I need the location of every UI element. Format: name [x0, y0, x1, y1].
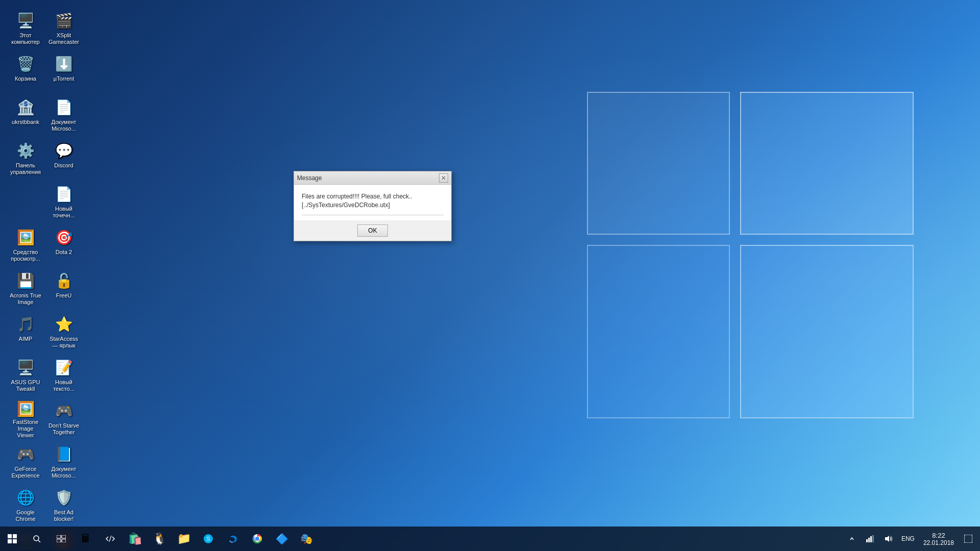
desktop-icon-xsplit[interactable]: 🎬 XSplit Gamecaster	[46, 8, 82, 48]
desktop-icon-staraccess[interactable]: ⭐ StarAccess — ярлык	[46, 311, 82, 352]
noviy-tochk-label: Новый точечн...	[47, 206, 80, 219]
desktop-icon-etot-komputer[interactable]: 🖥️ Этот компьютер	[8, 8, 43, 48]
svg-rect-2	[8, 539, 12, 543]
etot-komputer-icon: 🖥️	[15, 10, 36, 31]
desktop-icon-google-chrome[interactable]: 🌐 Google Chrome	[8, 485, 43, 525]
network-status-icon	[866, 535, 874, 542]
desktop-icon-aimp[interactable]: 🎵 AIMP	[8, 311, 43, 352]
taskbar-clock[interactable]: 8:22 22.01.2018	[918, 527, 959, 551]
chrome-icon	[252, 533, 263, 544]
dialog-ok-button[interactable]: OK	[357, 224, 388, 237]
dota2-label: Dota 2	[56, 249, 72, 256]
noviy-tekst-label: Новый тексто...	[47, 379, 80, 392]
best-ad-label: Best Ad blocker!	[47, 509, 80, 522]
asus-gpu-icon: 🖥️	[15, 357, 36, 378]
desktop-icon-panel[interactable]: ⚙️ Панель управления	[8, 138, 43, 179]
etot-komputer-label: Этот компьютер	[9, 32, 42, 45]
desktop-icon-acronis[interactable]: 💾 Acronis True Image	[8, 268, 43, 309]
task-view-button[interactable]	[49, 527, 74, 551]
desktop-icon-discord[interactable]: 💬 Discord	[46, 138, 82, 179]
desktop-icon-noviy-tochk[interactable]: 📄 Новый точечн...	[46, 181, 82, 222]
desktop-icon-geforce[interactable]: 🎮 GeForce Experience	[8, 441, 43, 482]
ukrstbbank-label: ukrstbbank	[12, 119, 39, 126]
freeu-label: FreeU	[56, 292, 72, 299]
taskbar-app-game[interactable]: 🎭	[294, 527, 318, 551]
lang-indicator[interactable]: ENG	[898, 527, 918, 551]
sredstvo-icon: 🖼️	[15, 227, 36, 247]
svg-point-15	[256, 537, 259, 540]
svg-rect-0	[8, 534, 12, 538]
panel-label: Панель управления	[9, 162, 42, 176]
dialog-close-button[interactable]: ✕	[439, 173, 448, 183]
taskbar-app-app2[interactable]: 🔷	[270, 527, 294, 551]
volume-icon[interactable]	[879, 527, 898, 551]
discord-icon: 💬	[54, 140, 74, 161]
utorrent-label: µTorrent	[54, 76, 75, 82]
svg-rect-17	[868, 538, 870, 542]
notification-icon	[964, 535, 972, 543]
start-button[interactable]	[0, 527, 24, 551]
dst-icon: 🎮	[54, 400, 74, 421]
desktop-icon-utorrent[interactable]: ⬇️ µTorrent	[46, 51, 82, 92]
svg-rect-6	[57, 535, 61, 538]
desktop-icon-noviy-tekst[interactable]: 📝 Новый тексто...	[46, 355, 82, 395]
taskbar-app-edge[interactable]	[220, 527, 245, 551]
doc-ms1-icon: 📄	[54, 97, 74, 117]
svg-rect-8	[57, 539, 61, 542]
dialog-title-bar: Message ✕	[294, 171, 451, 185]
geforce-icon: 🎮	[15, 444, 36, 464]
taskbar-app-chrome[interactable]	[245, 527, 270, 551]
svg-rect-21	[964, 535, 972, 543]
svg-rect-9	[62, 539, 66, 542]
doc-word-label: Документ Microso...	[47, 466, 80, 479]
svg-line-5	[38, 540, 40, 542]
desktop-icon-faststone[interactable]: 🖼️ FastStone Image Viewer	[8, 398, 43, 439]
xsplit-label: XSplit Gamecaster	[47, 32, 80, 45]
desktop-icon-best-ad[interactable]: 🛡️ Best Ad blocker!	[46, 485, 82, 525]
svg-rect-19	[872, 535, 874, 542]
desktop-icon-dota2[interactable]: 🎯 Dota 2	[46, 224, 82, 265]
ukrstbbank-icon: 🏦	[15, 97, 36, 117]
chevron-up-icon[interactable]	[843, 527, 861, 551]
taskbar-app-calc[interactable]: 🖩	[74, 527, 98, 551]
desktop-icon-dst[interactable]: 🎮 Don't Starve Together	[46, 398, 82, 439]
desktop-icon-doc-ms1[interactable]: 📄 Документ Microso...	[46, 94, 82, 135]
best-ad-icon: 🛡️	[54, 487, 74, 508]
search-icon	[33, 535, 41, 543]
desktop-icon-sredstvo[interactable]: 🖼️ Средство просмотр...	[8, 224, 43, 265]
taskbar-system-tray: ENG 8:22 22.01.2018	[843, 527, 980, 551]
google-chrome-icon: 🌐	[15, 487, 36, 508]
svg-rect-1	[13, 534, 17, 538]
staraccess-label: StarAccess — ярлык	[47, 336, 80, 349]
svg-point-4	[34, 536, 39, 541]
desktop-icon-doc-word[interactable]: 📘 Документ Microso...	[46, 441, 82, 482]
korzina-icon: 🗑️	[15, 54, 36, 74]
desktop-icon-freeu[interactable]: 🔓 FreeU	[46, 268, 82, 309]
svg-line-10	[109, 536, 111, 542]
dialog-content: Files are corrupted!!!! Please, full che…	[294, 185, 451, 220]
aimp-icon: 🎵	[15, 314, 36, 334]
message-dialog: Message ✕ Files are corrupted!!!! Please…	[293, 171, 452, 241]
svg-marker-20	[885, 536, 889, 542]
desktop-icon-ukrstbbank[interactable]: 🏦 ukrstbbank	[8, 94, 43, 135]
freeu-icon: 🔓	[54, 270, 74, 291]
svg-text:S: S	[206, 536, 210, 542]
dialog-title: Message	[297, 174, 322, 182]
svg-rect-18	[870, 536, 872, 542]
desktop-icon-asus-gpu[interactable]: 🖥️ ASUS GPU Tweakll	[8, 355, 43, 395]
svg-rect-7	[62, 535, 66, 538]
taskbar-app-explorer[interactable]: 📁	[172, 527, 196, 551]
taskbar-app-code[interactable]	[98, 527, 122, 551]
taskbar-app-store[interactable]: 🛍️	[122, 527, 147, 551]
noviy-tochk-icon: 📄	[54, 184, 74, 204]
taskbar-app-unknown[interactable]: 🐧	[147, 527, 172, 551]
search-button[interactable]	[24, 527, 49, 551]
taskbar-pinned-apps: 🖩 🛍️ 🐧 📁 S	[74, 527, 318, 551]
notification-button[interactable]	[959, 527, 977, 551]
taskbar-app-skype[interactable]: S	[196, 527, 220, 551]
clock-time: 8:22	[932, 532, 945, 539]
desktop-icon-korzina[interactable]: 🗑️ Корзина	[8, 51, 43, 92]
network-icon[interactable]	[861, 527, 879, 551]
xsplit-icon: 🎬	[54, 10, 74, 31]
windows-logo-icon	[8, 534, 17, 543]
